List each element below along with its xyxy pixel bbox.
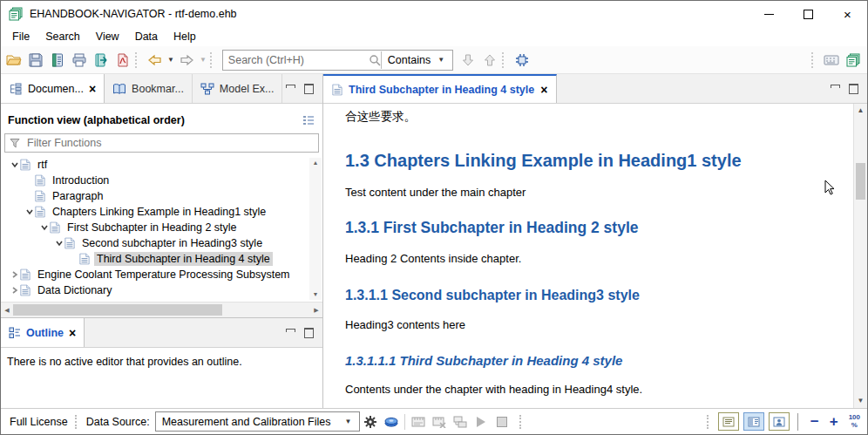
scrollbar-thumb[interactable] xyxy=(13,304,222,316)
tree-item-paragraph[interactable]: Paragraph xyxy=(1,188,322,204)
single-page-view-icon xyxy=(722,417,735,427)
open-button[interactable] xyxy=(3,49,24,71)
paragraph: 合这些要求。 xyxy=(345,109,832,125)
close-icon[interactable]: × xyxy=(540,84,547,96)
function-tree: rtf Introduction Paragraph Chapters Link… xyxy=(1,156,322,302)
scroll-down-icon[interactable]: ▼ xyxy=(309,289,322,300)
zoom-value: 100 xyxy=(849,413,860,421)
tree-item-data-dictionary[interactable]: Data Dictionary xyxy=(1,282,322,298)
window-controls: × xyxy=(749,1,867,27)
data-source-settings-button[interactable] xyxy=(360,411,381,432)
view-menu-icon[interactable] xyxy=(302,114,315,126)
scroll-right-icon[interactable]: ▶ xyxy=(310,302,322,317)
back-button[interactable] xyxy=(144,49,166,71)
document-icon xyxy=(64,237,75,249)
export-pdf-button[interactable] xyxy=(112,49,133,71)
tree-item-introduction[interactable]: Introduction xyxy=(1,173,322,188)
menu-search[interactable]: Search xyxy=(37,29,88,44)
export-book-button[interactable] xyxy=(90,49,112,71)
chevron-right-icon[interactable] xyxy=(9,270,20,279)
close-button[interactable]: × xyxy=(828,1,867,27)
measurement-file-remove-button[interactable] xyxy=(429,411,450,432)
ehandbook-home-button[interactable] xyxy=(842,49,864,71)
close-icon[interactable]: × xyxy=(69,327,76,339)
maximize-panel-icon[interactable] xyxy=(304,84,314,94)
scroll-up-icon[interactable]: ▲ xyxy=(309,158,322,168)
tab-editor-active[interactable]: Third Subchapter in Heading 4 style × xyxy=(323,74,557,103)
menu-data[interactable]: Data xyxy=(127,29,166,44)
chevron-down-icon[interactable] xyxy=(53,239,64,248)
zoom-unit: % xyxy=(851,421,858,429)
heading-1-3-1-1: 1.3.1.1 Second subchapter in Heading3 st… xyxy=(345,288,832,303)
editor-vertical-scrollbar[interactable]: ▲ ▼ xyxy=(853,104,867,408)
keyboard-shortcuts-button[interactable] xyxy=(820,49,842,71)
filter-input[interactable] xyxy=(25,136,314,150)
tree-horizontal-scrollbar[interactable]: ◀ ▶ xyxy=(1,302,322,317)
chevron-down-icon[interactable] xyxy=(38,223,50,232)
single-page-view-button[interactable] xyxy=(718,412,739,431)
split-view-button[interactable] xyxy=(743,412,764,431)
play-button[interactable] xyxy=(471,411,492,432)
tab-outline[interactable]: Outline × xyxy=(1,318,85,347)
menu-view[interactable]: View xyxy=(88,29,127,44)
tab-model-explorer[interactable]: Model Ex... xyxy=(193,74,283,103)
previous-result-button[interactable] xyxy=(478,49,500,71)
tree-item-third-subchapter[interactable]: Third Subchapter in Heading 4 style xyxy=(1,251,322,267)
keyboard-icon xyxy=(824,55,839,65)
maximize-button[interactable] xyxy=(789,1,828,27)
next-result-button[interactable] xyxy=(457,49,478,71)
menu-help[interactable]: Help xyxy=(166,29,204,44)
author-view-button[interactable] xyxy=(769,412,790,431)
search-input[interactable] xyxy=(223,54,369,66)
back-history-dropdown[interactable]: ▼ xyxy=(167,56,174,64)
scrollbar-thumb[interactable] xyxy=(856,163,865,200)
minimize-panel-icon[interactable] xyxy=(286,329,295,336)
tree-vertical-scrollbar[interactable]: ▲ ▼ xyxy=(309,158,322,300)
measurement-file-button[interactable] xyxy=(408,411,429,432)
minimize-button[interactable] xyxy=(749,1,789,27)
maximize-panel-icon[interactable] xyxy=(304,328,314,338)
zoom-level[interactable]: 100 % xyxy=(849,414,860,430)
heading-1-3: 1.3 Chapters Linking Example in Heading1… xyxy=(345,151,832,171)
maximize-panel-icon[interactable] xyxy=(849,84,858,94)
tab-bookmarks[interactable]: Bookmar... xyxy=(105,74,193,103)
tree-item-engine-coolant[interactable]: Engine Coolant Temperature Processing Su… xyxy=(1,267,322,282)
search-icon xyxy=(369,54,381,66)
scroll-down-icon[interactable]: ▼ xyxy=(854,395,867,407)
tree-item-chapters-linking[interactable]: Chapters Linking Example in Heading1 sty… xyxy=(1,204,322,220)
model-connect-button[interactable] xyxy=(511,49,532,71)
open-ehandbook-button[interactable] xyxy=(46,49,68,71)
left-panel: Documen... × Bookmar... Model Ex... Func xyxy=(1,74,323,408)
save-button[interactable] xyxy=(24,49,46,71)
tree-item-rtf[interactable]: rtf xyxy=(1,157,322,173)
minimize-panel-icon[interactable] xyxy=(286,85,295,92)
stop-button[interactable] xyxy=(492,411,512,432)
search-mode-dropdown[interactable]: Contains ▼ xyxy=(382,54,452,66)
minimize-panel-icon[interactable] xyxy=(831,85,840,92)
zoom-out-button[interactable]: − xyxy=(805,413,824,431)
zoom-in-button[interactable]: + xyxy=(824,413,844,431)
outline-icon xyxy=(9,327,21,339)
tree-item-first-subchapter[interactable]: First Subchapter in Heading 2 style xyxy=(1,220,322,235)
measurement-config-button[interactable] xyxy=(450,411,471,432)
tree-item-second-subchapter[interactable]: Second subchapter in Heading3 style xyxy=(1,235,322,251)
search-mode-value: Contains xyxy=(388,54,431,66)
print-button[interactable] xyxy=(68,49,90,71)
close-icon[interactable]: × xyxy=(89,83,96,95)
chevron-down-icon: ▼ xyxy=(345,418,352,425)
scroll-left-icon[interactable]: ◀ xyxy=(1,302,13,317)
scroll-up-icon[interactable]: ▲ xyxy=(854,105,867,117)
data-source-dropdown[interactable]: Measurement and Calibration Files ▼ xyxy=(155,411,361,432)
up-arrow-icon xyxy=(484,53,496,67)
data-disc-button[interactable] xyxy=(381,411,402,432)
chevron-right-icon[interactable] xyxy=(9,286,20,295)
heading-1-3-1: 1.3.1 First Subchapter in Heading 2 styl… xyxy=(345,219,832,237)
menu-file[interactable]: File xyxy=(4,29,37,44)
filter-funnel-icon xyxy=(10,138,20,148)
tab-document-view[interactable]: Documen... × xyxy=(1,74,105,103)
tab-label: Outline xyxy=(26,327,64,339)
chevron-down-icon[interactable] xyxy=(9,160,20,169)
forward-button[interactable] xyxy=(176,49,198,71)
chevron-down-icon[interactable] xyxy=(24,207,35,216)
forward-history-dropdown[interactable]: ▼ xyxy=(200,56,207,64)
